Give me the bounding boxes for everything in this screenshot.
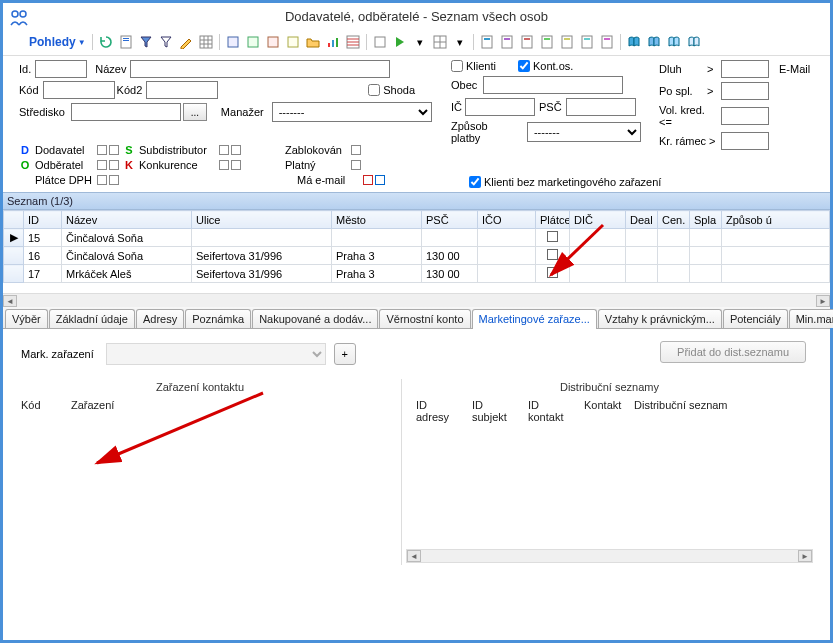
report2-icon[interactable] <box>498 33 516 51</box>
report7-icon[interactable] <box>598 33 616 51</box>
scroll-right-icon[interactable]: ► <box>816 295 830 307</box>
grid-header-row: ID Název Ulice Město PSČ IČO Plátce DIČ … <box>4 211 830 229</box>
kontos-checkbox[interactable] <box>518 60 530 72</box>
col-nazev[interactable]: Název <box>62 211 192 229</box>
scroll-left-icon[interactable]: ◄ <box>3 295 17 307</box>
funnel-sort-icon[interactable] <box>137 33 155 51</box>
zpusob-select[interactable]: ------- <box>527 122 641 142</box>
volkred-input[interactable] <box>721 107 769 125</box>
name-input[interactable] <box>130 60 390 78</box>
tab-adresy[interactable]: Adresy <box>136 309 184 328</box>
ic-label: IČ <box>451 101 465 113</box>
edit-icon[interactable] <box>177 33 195 51</box>
col-dic[interactable]: DIČ <box>570 211 626 229</box>
tool-down-icon[interactable]: ▾ <box>411 33 429 51</box>
tool-grid2-icon[interactable] <box>431 33 449 51</box>
table-row[interactable]: 17 Mrkáček Aleš Seifertova 31/996 Praha … <box>4 265 830 283</box>
obec-input[interactable] <box>483 76 623 94</box>
funnel-icon[interactable] <box>157 33 175 51</box>
stredisko-browse-button[interactable]: ... <box>183 103 207 121</box>
table-row[interactable]: 16 Činčalová Soňa Seifertova 31/996 Prah… <box>4 247 830 265</box>
krramec-input[interactable] <box>721 132 769 150</box>
svg-rect-25 <box>564 38 570 40</box>
platce-checkbox[interactable] <box>547 231 558 242</box>
filter-panel: Id. Název Kód Kód2 Shoda Středisko ... M… <box>3 56 830 192</box>
mark-zarazeni-select[interactable] <box>106 343 326 365</box>
table-row[interactable]: ▶ 15 Činčalová Soňa <box>4 229 830 247</box>
views-dropdown[interactable]: Pohledy ▼ <box>29 35 86 49</box>
klienti-bez-checkbox[interactable] <box>469 176 481 188</box>
dist-hscrollbar[interactable]: ◄ ► <box>406 549 813 563</box>
tab-nakupovane[interactable]: Nakupované a dodáv... <box>252 309 378 328</box>
form4-icon[interactable] <box>284 33 302 51</box>
col-mesto[interactable]: Město <box>332 211 422 229</box>
report6-icon[interactable] <box>578 33 596 51</box>
col-ico[interactable]: IČO <box>478 211 536 229</box>
col-deal[interactable]: Deal <box>626 211 658 229</box>
kod-input[interactable] <box>43 81 115 99</box>
svg-rect-11 <box>332 40 334 47</box>
col-platce[interactable]: Plátce <box>536 211 570 229</box>
chart-icon[interactable] <box>324 33 342 51</box>
tab-vyber[interactable]: Výběr <box>5 309 48 328</box>
report4-icon[interactable] <box>538 33 556 51</box>
tool-down2-icon[interactable]: ▾ <box>451 33 469 51</box>
platce-checkbox[interactable] <box>547 249 558 260</box>
grid-hscrollbar[interactable]: ◄ ► <box>3 293 830 307</box>
kod-label: Kód <box>19 84 43 96</box>
tab-poznamka[interactable]: Poznámka <box>185 309 251 328</box>
ic-input[interactable] <box>465 98 535 116</box>
tab-vernostni[interactable]: Věrnostní konto <box>379 309 470 328</box>
form3-icon[interactable] <box>264 33 282 51</box>
refresh-icon[interactable] <box>97 33 115 51</box>
tool-play-icon[interactable] <box>391 33 409 51</box>
pospl-input[interactable] <box>721 82 769 100</box>
book1-icon[interactable] <box>625 33 643 51</box>
book2-icon[interactable] <box>645 33 663 51</box>
shoda-checkbox[interactable] <box>368 84 380 96</box>
stredisko-input[interactable] <box>71 103 181 121</box>
kod2-input[interactable] <box>146 81 218 99</box>
tool1-icon[interactable] <box>371 33 389 51</box>
scroll-left-icon[interactable]: ◄ <box>407 550 421 562</box>
add-dist-button[interactable]: Přidat do dist.seznamu <box>660 341 806 363</box>
add-mark-button[interactable]: + <box>334 343 356 365</box>
col-zpusob[interactable]: Způsob ú <box>722 211 830 229</box>
tab-zakladni[interactable]: Základní údaje <box>49 309 135 328</box>
dluh-input[interactable] <box>721 60 769 78</box>
tab-vztahy[interactable]: Vztahy k právnickým... <box>598 309 722 328</box>
scroll-right-icon[interactable]: ► <box>798 550 812 562</box>
results-grid[interactable]: ID Název Ulice Město PSČ IČO Plátce DIČ … <box>3 210 830 283</box>
book3-icon[interactable] <box>665 33 683 51</box>
cell-ico <box>478 229 536 247</box>
klienti-checkbox[interactable] <box>451 60 463 72</box>
report5-icon[interactable] <box>558 33 576 51</box>
titlebar: Dodavatelé, odběratelé - Seznam všech os… <box>3 3 830 31</box>
list-icon[interactable] <box>344 33 362 51</box>
svg-rect-28 <box>602 36 612 48</box>
form1-icon[interactable] <box>224 33 242 51</box>
platce-checkbox[interactable] <box>547 267 558 278</box>
form2-icon[interactable] <box>244 33 262 51</box>
tab-potencialy[interactable]: Potenciály <box>723 309 788 328</box>
col-cen[interactable]: Cen. <box>658 211 690 229</box>
doc-icon[interactable] <box>117 33 135 51</box>
grid-icon[interactable] <box>197 33 215 51</box>
app-icon <box>9 7 29 27</box>
pospl-label: Po spl. <box>659 85 707 97</box>
manazer-select[interactable]: ------- <box>272 102 432 122</box>
book4-icon[interactable] <box>685 33 703 51</box>
col-spla[interactable]: Spla <box>690 211 722 229</box>
tab-marketingove[interactable]: Marketingové zařaze... <box>472 309 597 329</box>
col-psc[interactable]: PSČ <box>422 211 478 229</box>
kod2-label: Kód2 <box>117 84 147 96</box>
col-ulice[interactable]: Ulice <box>192 211 332 229</box>
report3-icon[interactable] <box>518 33 536 51</box>
tab-minmarze[interactable]: Min.marže <box>789 309 833 328</box>
report1-icon[interactable] <box>478 33 496 51</box>
folder-icon[interactable] <box>304 33 322 51</box>
col-id[interactable]: ID <box>24 211 62 229</box>
legend-o-letter: O <box>19 159 31 171</box>
psc-input[interactable] <box>566 98 636 116</box>
id-input[interactable] <box>35 60 87 78</box>
